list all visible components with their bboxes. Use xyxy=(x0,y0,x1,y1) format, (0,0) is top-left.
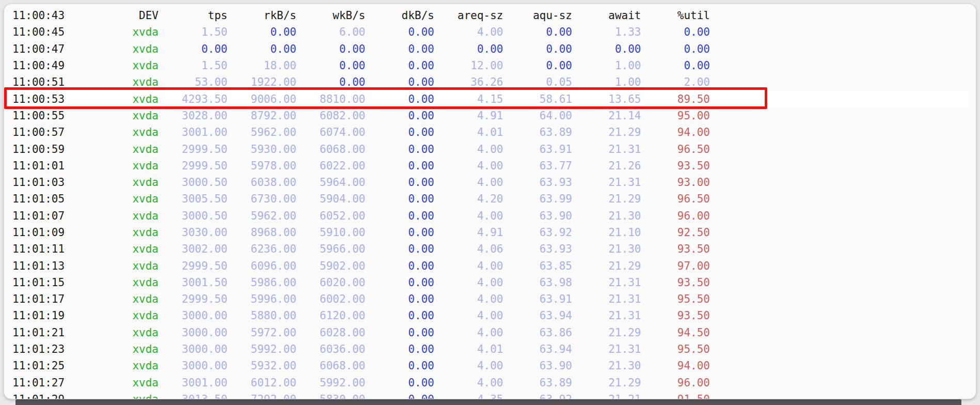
cell-wkb: 8810.00 xyxy=(296,93,366,105)
cell-tps: 3001.50 xyxy=(159,276,228,289)
cell-areq: 4.15 xyxy=(434,93,503,105)
cell-aqu: 63.89 xyxy=(503,126,573,138)
cell-dev: xvda xyxy=(85,260,159,272)
cell-dev: xvda xyxy=(85,360,159,372)
cell-wkb: 6022.00 xyxy=(296,160,366,172)
cell-time: 11:01:05 xyxy=(8,193,85,205)
cell-rkb: 5992.00 xyxy=(228,343,297,355)
cell-await: 21.31 xyxy=(572,293,641,305)
cell-wkb: 6068.00 xyxy=(296,360,366,372)
cell-rkb: 8792.00 xyxy=(228,110,297,122)
cell-time: 11:01:07 xyxy=(8,210,85,222)
cell-tps: 1.50 xyxy=(159,59,228,72)
cell-rkb: 6096.00 xyxy=(228,260,297,272)
cell-rkb: 6730.00 xyxy=(228,193,297,205)
cell-wkb: 0.00 xyxy=(296,76,366,88)
cell-time: 11:01:13 xyxy=(8,260,85,272)
cell-aqu: 63.94 xyxy=(503,309,573,322)
table-row: 11:01:15xvda3001.505986.006020.000.004.0… xyxy=(8,274,969,291)
cell-dkb: 0.00 xyxy=(366,76,435,88)
cell-rkb: 0.00 xyxy=(228,26,297,38)
cell-rkb: 5978.00 xyxy=(228,160,297,172)
cell-dkb: 0.00 xyxy=(366,309,435,322)
cell-dev: xvda xyxy=(85,26,159,38)
cell-time: 11:00:57 xyxy=(8,126,85,138)
cell-wkb: 6074.00 xyxy=(296,126,366,138)
cell-time: 11:00:59 xyxy=(8,143,85,155)
cell-areq: 4.00 xyxy=(434,276,503,289)
cell-dkb: 0.00 xyxy=(366,243,435,255)
cell-rkb: 0.00 xyxy=(228,43,297,55)
cell-time: 11:01:17 xyxy=(8,293,85,305)
cell-await: 21.21 xyxy=(572,393,641,399)
table-row: 11:00:57xvda3001.005962.006074.000.004.0… xyxy=(8,124,969,141)
cell-util: 95.00 xyxy=(641,110,710,122)
cell-dkb: 0.00 xyxy=(366,110,435,122)
cell-tps: 3001.00 xyxy=(159,126,228,138)
cell-await: 21.30 xyxy=(572,243,641,255)
cell-wkb: 6002.00 xyxy=(296,293,366,305)
cell-areq: 4.00 xyxy=(434,176,503,189)
cell-time: 11:01:27 xyxy=(8,377,85,389)
cell-aqu: 63.93 xyxy=(503,243,573,255)
header-tps: tps xyxy=(159,9,228,22)
cell-areq: 4.00 xyxy=(434,143,503,155)
table-row: 11:01:23xvda3000.005992.006036.000.004.0… xyxy=(8,341,969,357)
header-await: await xyxy=(572,9,641,22)
table-row: 11:01:29xvda3013.507292.005830.000.004.3… xyxy=(8,391,969,399)
table-row: 11:01:11xvda3002.006236.005966.000.004.0… xyxy=(8,241,969,257)
cell-wkb: 0.00 xyxy=(296,43,366,55)
header-dev: DEV xyxy=(85,9,159,22)
cell-util: 94.00 xyxy=(641,360,710,372)
cell-rkb: 18.00 xyxy=(228,59,297,72)
cell-dkb: 0.00 xyxy=(366,26,435,38)
cell-aqu: 63.90 xyxy=(503,210,573,222)
cell-wkb: 6.00 xyxy=(296,26,366,38)
cell-util: 89.50 xyxy=(641,93,710,105)
cell-areq: 4.00 xyxy=(434,326,503,339)
cell-areq: 4.00 xyxy=(434,260,503,272)
cell-areq: 4.91 xyxy=(434,110,503,122)
cell-rkb: 1922.00 xyxy=(228,76,297,88)
cell-await: 21.14 xyxy=(572,110,641,122)
cell-time: 11:01:21 xyxy=(8,326,85,339)
cell-await: 21.10 xyxy=(572,226,641,239)
cell-util: 2.00 xyxy=(641,76,710,88)
table-row: 11:01:01xvda2999.505978.006022.000.004.0… xyxy=(8,158,969,174)
terminal-window[interactable]: 11:00:43DEVtpsrkB/swkB/sdkB/sareq-szaqu-… xyxy=(4,4,976,399)
cell-wkb: 0.00 xyxy=(296,59,366,72)
cell-tps: 3005.50 xyxy=(159,193,228,205)
cell-dkb: 0.00 xyxy=(366,93,435,105)
cell-wkb: 5964.00 xyxy=(296,176,366,189)
cell-util: 97.00 xyxy=(641,260,710,272)
cell-time: 11:00:51 xyxy=(8,76,85,88)
cell-dkb: 0.00 xyxy=(366,126,435,138)
cell-time: 11:01:09 xyxy=(8,226,85,239)
cell-await: 1.00 xyxy=(572,59,641,72)
cell-tps: 1.50 xyxy=(159,26,228,38)
cell-dev: xvda xyxy=(85,343,159,355)
cell-tps: 0.00 xyxy=(159,43,228,55)
cell-rkb: 5996.00 xyxy=(228,293,297,305)
cell-aqu: 0.00 xyxy=(503,43,573,55)
cell-dev: xvda xyxy=(85,193,159,205)
cell-dkb: 0.00 xyxy=(366,143,435,155)
cell-dev: xvda xyxy=(85,293,159,305)
cell-areq: 4.35 xyxy=(434,393,503,399)
header-row: 11:00:43DEVtpsrkB/swkB/sdkB/sareq-szaqu-… xyxy=(8,7,969,24)
cell-wkb: 5830.00 xyxy=(296,393,366,399)
table-row: 11:01:03xvda3000.506038.005964.000.004.0… xyxy=(8,174,969,191)
cell-wkb: 5904.00 xyxy=(296,193,366,205)
cell-wkb: 6020.00 xyxy=(296,276,366,289)
cell-await: 13.65 xyxy=(572,93,641,105)
cell-util: 95.50 xyxy=(641,343,710,355)
cell-areq: 4.01 xyxy=(434,343,503,355)
cell-dev: xvda xyxy=(85,377,159,389)
cell-areq: 4.00 xyxy=(434,309,503,322)
cell-await: 1.00 xyxy=(572,76,641,88)
cell-aqu: 63.86 xyxy=(503,326,573,339)
cell-wkb: 5992.00 xyxy=(296,377,366,389)
cell-aqu: 64.00 xyxy=(503,110,573,122)
cell-dkb: 0.00 xyxy=(366,360,435,372)
cell-time: 11:01:29 xyxy=(8,393,85,399)
